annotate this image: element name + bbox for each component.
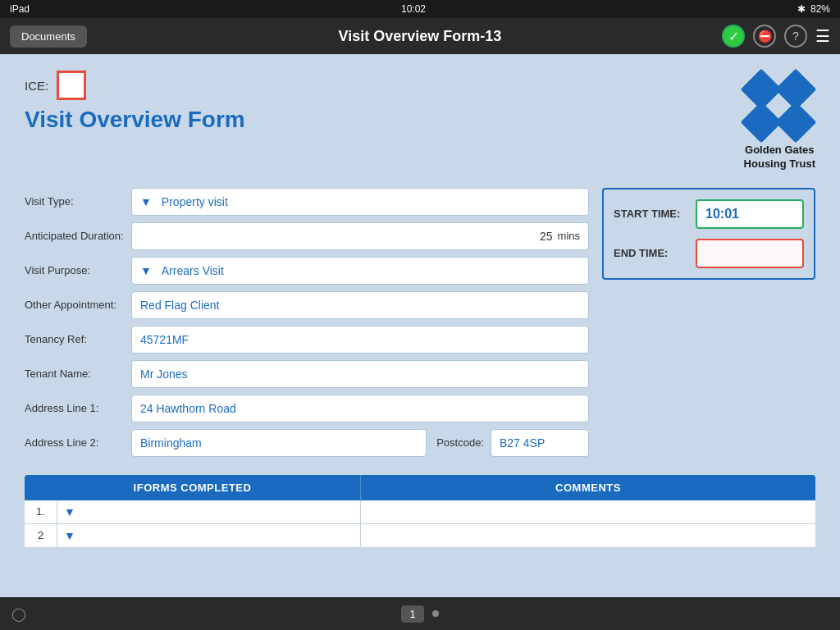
other-appointment-row: Other Appointment: Red Flag Client bbox=[25, 291, 589, 319]
postcode-value: B27 4SP bbox=[500, 436, 545, 450]
end-time-label: END TIME: bbox=[614, 247, 687, 259]
logo-area: Golden Gates Housing Trust bbox=[744, 75, 815, 171]
purpose-row: Visit Purpose: ▼ Arrears Visit bbox=[25, 257, 589, 285]
tenant-name-field[interactable]: Mr Jones bbox=[131, 360, 589, 388]
iforms-dropdown-arrow-1: ▼ bbox=[64, 505, 75, 518]
status-time: 10:02 bbox=[401, 3, 426, 15]
header-left: ICE: Visit Overview Form bbox=[25, 71, 245, 133]
table-header: IFORMS COMPLETED COMMENTS bbox=[25, 475, 815, 500]
table-row-num-1: 1. bbox=[25, 500, 57, 523]
ice-label: ICE: bbox=[25, 79, 48, 93]
form-right: START TIME: 10:01 END TIME: bbox=[602, 188, 815, 463]
battery-level: 82% bbox=[810, 3, 830, 15]
time-box: START TIME: 10:01 END TIME: bbox=[602, 188, 815, 280]
postcode-field[interactable]: B27 4SP bbox=[491, 429, 589, 457]
tenancy-ref-label: Tenancy Ref: bbox=[25, 333, 131, 345]
table-iforms-cell-2[interactable]: ▼ bbox=[57, 524, 361, 547]
address2-field[interactable]: Birmingham bbox=[131, 429, 427, 457]
other-appointment-label: Other Appointment: bbox=[25, 299, 131, 311]
address2-value: Birmingham bbox=[140, 436, 202, 450]
address2-label: Address Line 2: bbox=[25, 436, 131, 449]
table-comment-cell-1[interactable] bbox=[361, 500, 815, 523]
purpose-dropdown[interactable]: ▼ Arrears Visit bbox=[131, 257, 589, 285]
diamond-4 bbox=[775, 102, 817, 144]
table-row-num-2: 2 bbox=[25, 524, 57, 547]
table-iforms-cell-1[interactable]: ▼ bbox=[57, 500, 361, 523]
tenancy-ref-row: Tenancy Ref: 45721MF bbox=[25, 326, 589, 354]
status-bar: iPad 10:02 ✱ 82% bbox=[0, 0, 840, 18]
title-bar-icons: ✓ ⛔ ? ☰ bbox=[722, 25, 830, 48]
form-section: Visit Type: ▼ Property visit Anticipated… bbox=[25, 188, 815, 463]
table-row: 2 ▼ bbox=[25, 524, 815, 548]
iforms-dropdown-arrow-2: ▼ bbox=[64, 529, 75, 542]
purpose-label: Visit Purpose: bbox=[25, 264, 131, 276]
header-area: ICE: Visit Overview Form Golden Gates Ho… bbox=[25, 71, 815, 171]
table-comment-cell-2[interactable] bbox=[361, 524, 815, 547]
duration-value: 25 bbox=[540, 230, 553, 243]
logo-text: Golden Gates Housing Trust bbox=[744, 144, 815, 171]
visit-type-label: Visit Type: bbox=[25, 195, 131, 208]
ice-checkbox[interactable] bbox=[57, 71, 86, 100]
duration-label: Anticipated Duration: bbox=[25, 230, 131, 242]
device-name: iPad bbox=[10, 3, 30, 15]
tenant-name-value: Mr Jones bbox=[140, 368, 188, 381]
table-col2-header: COMMENTS bbox=[361, 475, 815, 500]
purpose-value: Arrears Visit bbox=[162, 264, 224, 277]
duration-unit: mins bbox=[558, 230, 580, 242]
end-time-row: END TIME: bbox=[614, 239, 804, 268]
menu-icon[interactable]: ☰ bbox=[815, 26, 830, 46]
address1-label: Address Line 1: bbox=[25, 402, 131, 414]
page-title: Visit Overview Form-13 bbox=[339, 18, 502, 54]
check-icon[interactable]: ✓ bbox=[722, 25, 745, 48]
start-time-field[interactable]: 10:01 bbox=[696, 199, 804, 229]
visit-type-arrow-icon: ▼ bbox=[140, 195, 152, 208]
other-appointment-value: Red Flag Client bbox=[140, 299, 220, 312]
start-time-row: START TIME: 10:01 bbox=[614, 199, 804, 229]
tenancy-ref-field[interactable]: 45721MF bbox=[131, 326, 589, 354]
main-content: ICE: Visit Overview Form Golden Gates Ho… bbox=[0, 54, 840, 561]
logo-diamonds bbox=[746, 75, 812, 137]
purpose-arrow-icon: ▼ bbox=[140, 264, 152, 277]
start-time-label: START TIME: bbox=[614, 208, 687, 220]
address1-row: Address Line 1: 24 Hawthorn Road bbox=[25, 395, 589, 422]
duration-row: Anticipated Duration: 25 mins bbox=[25, 222, 589, 250]
table-section: IFORMS COMPLETED COMMENTS 1. ▼ 2 ▼ bbox=[25, 475, 815, 548]
visit-type-value: Property visit bbox=[162, 195, 228, 208]
visit-type-dropdown[interactable]: ▼ Property visit bbox=[131, 188, 589, 216]
help-icon[interactable]: ? bbox=[784, 25, 807, 48]
address1-value: 24 Hawthorn Road bbox=[140, 402, 236, 415]
visit-type-row: Visit Type: ▼ Property visit bbox=[25, 188, 589, 216]
address2-postcode-row: Address Line 2: Birmingham Postcode: B27… bbox=[25, 429, 589, 457]
table-row: 1. ▼ bbox=[25, 500, 815, 524]
tenancy-ref-value: 45721MF bbox=[140, 333, 189, 346]
tenant-name-row: Tenant Name: Mr Jones bbox=[25, 360, 589, 388]
page-number[interactable]: 1 bbox=[401, 605, 423, 623]
tenant-name-label: Tenant Name: bbox=[25, 368, 131, 380]
stop-icon[interactable]: ⛔ bbox=[753, 25, 776, 48]
table-col1-header: IFORMS COMPLETED bbox=[25, 475, 361, 500]
other-appointment-field[interactable]: Red Flag Client bbox=[131, 291, 589, 319]
logo-line1: Golden Gates bbox=[744, 144, 815, 158]
address1-field[interactable]: 24 Hawthorn Road bbox=[131, 395, 589, 422]
bluetooth-icon: ✱ bbox=[797, 3, 806, 15]
start-time-value: 10:01 bbox=[705, 207, 739, 221]
ice-area: ICE: bbox=[25, 71, 245, 100]
postcode-label: Postcode: bbox=[436, 436, 484, 449]
page-dot bbox=[432, 610, 439, 617]
documents-button[interactable]: Documents bbox=[10, 25, 87, 48]
duration-field[interactable]: 25 mins bbox=[131, 222, 589, 250]
home-icon[interactable]: ◯ bbox=[11, 606, 26, 622]
form-left: Visit Type: ▼ Property visit Anticipated… bbox=[25, 188, 589, 463]
end-time-field[interactable] bbox=[696, 239, 804, 268]
bottom-bar: ◯ 1 bbox=[0, 597, 840, 630]
title-bar: Documents Visit Overview Form-13 ✓ ⛔ ? ☰ bbox=[0, 18, 840, 54]
logo-line2: Housing Trust bbox=[744, 158, 815, 171]
form-title: Visit Overview Form bbox=[25, 107, 245, 133]
